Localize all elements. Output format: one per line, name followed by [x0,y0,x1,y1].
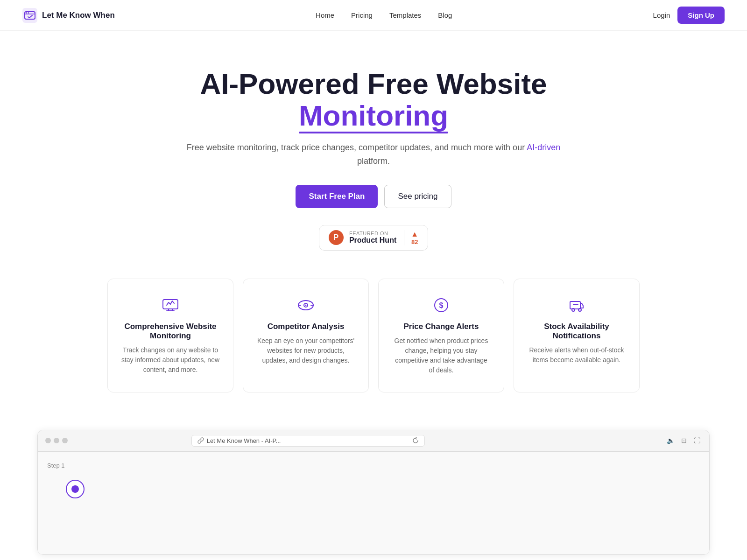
ph-score-value: 82 [411,238,418,245]
hero-buttons: Start Free Plan See pricing [182,185,565,208]
signup-button[interactable]: Sign Up [677,7,725,24]
nav-blog[interactable]: Blog [438,11,452,19]
hero-title-part1: AI-Powered Free Website [200,68,547,100]
ph-featured-label: FEATURED ON [349,231,396,236]
step-circle [66,480,85,498]
browser-window: Let Me Know When - AI-P... 🔈 ⊡ ⛶ Step 1 [37,430,710,555]
stock-title: Stock Availability Notifications [527,322,626,341]
svg-text:$: $ [439,301,444,309]
competitor-title: Competitor Analysis [256,322,355,331]
nav-links: Home Pricing Templates Blog [316,11,452,19]
fullscreen-icon: ⛶ [692,436,702,445]
browser-section: Let Me Know When - AI-P... 🔈 ⊡ ⛶ Step 1 [0,420,747,560]
refresh-icon[interactable] [412,437,419,444]
step-circle-inner [71,485,79,493]
product-hunt-badge[interactable]: P FEATURED ON Product Hunt ▲ 82 [319,225,428,251]
ph-score: ▲ 82 [404,230,418,245]
hero-subtitle: Free website monitoring, track price cha… [182,141,565,168]
browser-dots [45,438,68,443]
svg-point-2 [26,12,27,13]
svg-point-7 [305,304,307,306]
navbar: Let Me Know When Home Pricing Templates … [0,0,747,31]
hero-title: AI-Powered Free Website Monitoring [182,68,565,132]
ai-driven-link[interactable]: AI-driven [527,143,560,152]
hero-section: AI-Powered Free Website Monitoring Free … [163,31,584,269]
ph-logo-icon: P [329,230,344,245]
competitor-desc: Keep an eye on your competitors' website… [256,336,355,365]
nav-home[interactable]: Home [316,11,334,19]
feature-card-competitor: Competitor Analysis Keep an eye on your … [243,279,369,392]
feature-card-stock: Stock Availability Notifications Receive… [514,279,640,392]
step-label: Step 1 [47,462,65,469]
features-section: Comprehensive Website Monitoring Track c… [0,269,747,420]
see-pricing-button[interactable]: See pricing [384,185,451,208]
price-icon: $ [392,296,491,315]
hero-title-highlight: Monitoring [299,100,448,132]
start-free-plan-button[interactable]: Start Free Plan [296,185,378,208]
svg-point-3 [28,12,29,13]
monitoring-icon [121,296,220,315]
svg-rect-10 [570,301,580,309]
browser-actions: 🔈 ⊡ ⛶ [666,436,702,445]
picture-in-picture-icon: ⊡ [679,436,689,445]
ph-text: FEATURED ON Product Hunt [349,231,396,245]
price-title: Price Change Alerts [392,322,491,331]
svg-point-11 [572,308,575,311]
price-desc: Get notified when product prices change,… [392,336,491,375]
url-text: Let Me Know When - AI-P... [207,437,281,444]
ph-name-label: Product Hunt [349,236,396,245]
link-icon [197,437,204,444]
svg-point-12 [578,308,581,311]
browser-dot-green [62,438,68,443]
login-button[interactable]: Login [653,11,670,19]
monitoring-title: Comprehensive Website Monitoring [121,322,220,341]
monitoring-desc: Track changes on any website to stay inf… [121,345,220,375]
logo-icon [22,8,37,23]
nav-templates[interactable]: Templates [389,11,421,19]
nav-pricing[interactable]: Pricing [351,11,373,19]
feature-card-monitoring: Comprehensive Website Monitoring Track c… [107,279,233,392]
browser-dot-red [45,438,51,443]
speaker-icon: 🔈 [666,436,676,445]
logo-link[interactable]: Let Me Know When [22,8,115,23]
browser-toolbar: Let Me Know When - AI-P... 🔈 ⊡ ⛶ [38,430,709,452]
feature-card-price: $ Price Change Alerts Get notified when … [378,279,504,392]
browser-url-bar[interactable]: Let Me Know When - AI-P... [191,435,425,447]
ph-arrow-icon: ▲ [411,230,418,238]
stock-desc: Receive alerts when out-of-stock items b… [527,345,626,365]
nav-actions: Login Sign Up [653,7,725,24]
competitor-icon [256,296,355,315]
browser-dot-yellow [54,438,59,443]
logo-text: Let Me Know When [42,11,115,20]
stock-icon [527,296,626,315]
browser-content: Step 1 [38,452,709,554]
